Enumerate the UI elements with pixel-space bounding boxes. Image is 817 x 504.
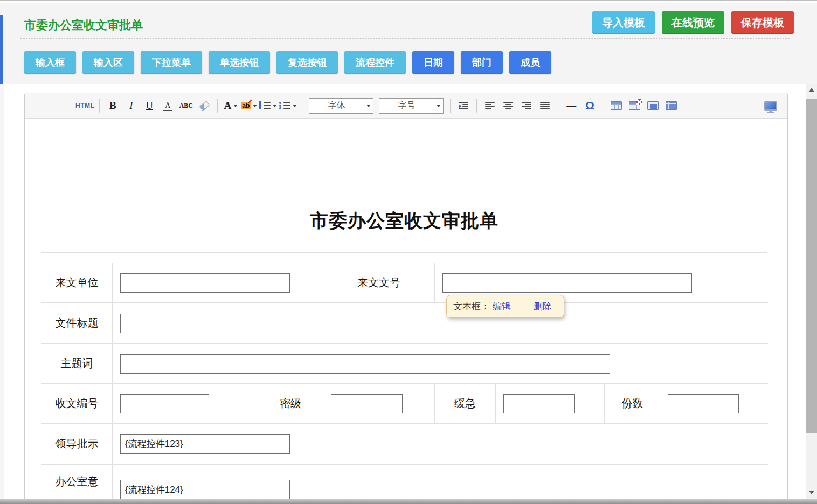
toolbar-separator [476,99,477,113]
source-code-button[interactable]: HTML [75,97,94,114]
online-preview-button[interactable]: 在线预览 [662,11,724,34]
leader-comment-cell [113,424,768,464]
incoming-doc-number-label: 来文文号 [323,263,435,302]
copies-label: 份数 [605,384,660,423]
add-dropdown-button[interactable]: 下拉菜单 [141,51,202,74]
align-right-icon [522,102,531,109]
align-center-icon [503,102,513,109]
align-center-button[interactable] [500,97,516,114]
chevron-down-icon[interactable] [364,99,373,113]
page-title: 市委办公室收文审批单 [24,17,143,33]
window-top-edge [0,0,817,3]
tooltip-type-label: 文本框： [453,300,490,313]
rich-text-editor: HTML B I U A ABC A ab 字体 字号 [24,93,788,504]
scroll-down-button[interactable] [806,487,817,498]
horizontal-rule-button[interactable]: — [563,97,579,114]
highlight-icon: ab [241,102,251,109]
align-left-button[interactable] [482,97,498,114]
incoming-unit-input[interactable] [120,273,290,293]
add-radio-button[interactable]: 单选按钮 [209,51,270,74]
bold-button[interactable]: B [105,97,121,114]
highlight-color-button[interactable]: ab [241,97,257,114]
toolbar-separator [450,99,451,113]
delete-link[interactable]: 删除 [534,300,552,313]
add-department-button[interactable]: 部门 [461,51,503,74]
header-divider [20,38,790,39]
chevron-down-icon[interactable] [434,99,443,113]
keywords-cell [113,344,768,383]
font-family-select[interactable]: 字体 [309,98,373,114]
window-left-accent [0,15,3,84]
add-flow-control-button[interactable]: 流程控件 [344,51,406,74]
secrecy-level-input[interactable] [331,394,403,413]
header-actions: 导入模板 在线预览 保存模板 [592,11,794,34]
chevron-down-icon [273,105,277,107]
form-row-doc-title: 文件标题 [41,303,768,344]
table-cell-icon [647,101,659,110]
special-char-button[interactable]: Ω [581,97,598,114]
secrecy-level-cell [323,384,435,423]
edit-link[interactable]: 编辑 [493,300,511,313]
strikethrough-button[interactable]: ABC [178,97,194,114]
add-checkbox-button[interactable]: 复选按钮 [276,51,338,74]
add-date-button[interactable]: 日期 [412,51,454,74]
urgency-input[interactable] [503,394,575,413]
font-style-button[interactable]: A [160,97,176,114]
indent-button[interactable] [455,97,472,114]
arrow-down-icon [809,491,814,494]
table-grid-icon [666,101,677,110]
add-member-button[interactable]: 成员 [509,51,551,74]
red-x-icon [636,99,642,105]
delete-table-button[interactable] [626,97,642,114]
toolbar-separator [558,99,558,113]
form-title: 市委办公室收文审批单 [310,209,498,233]
header-right-corner [806,3,817,84]
page: 市委办公室收文审批单 导入模板 在线预览 保存模板 输入框 输入区 下拉菜单 单… [4,3,806,504]
insert-table-button[interactable] [608,97,624,114]
editor-content[interactable]: 市委办公室收文审批单 来文单位 来文文号 文件标题 [25,119,787,504]
font-color-button[interactable]: A [223,97,239,114]
italic-button[interactable]: I [123,97,139,114]
document-title-label: 文件标题 [41,303,113,343]
app-header: 市委办公室收文审批单 导入模板 在线预览 保存模板 输入框 输入区 下拉菜单 单… [4,3,806,84]
font-size-select[interactable]: 字号 [379,98,444,114]
font-family-label: 字体 [309,100,364,112]
remove-format-button[interactable] [196,97,212,114]
align-justify-button[interactable] [537,97,553,114]
leader-comment-label: 领导批示 [41,424,113,464]
save-template-button[interactable]: 保存模板 [731,11,794,34]
form-row-incoming: 来文单位 来文文号 [41,263,768,303]
keywords-input[interactable] [120,354,610,374]
scrollbar[interactable] [806,84,817,499]
font-size-label: 字号 [379,100,434,112]
table-grid-button[interactable] [663,97,679,114]
fullscreen-button[interactable] [763,97,779,114]
indent-icon [459,102,468,109]
eraser-icon [199,100,210,111]
ordered-list-button[interactable] [259,97,277,114]
leader-comment-input[interactable] [120,434,290,454]
incoming-unit-cell [113,263,323,302]
form-row-keywords: 主题词 [41,344,768,384]
import-template-button[interactable]: 导入模板 [592,11,655,34]
receipt-number-input[interactable] [120,394,209,413]
urgency-cell [496,384,605,423]
add-input-button[interactable]: 输入框 [24,51,76,74]
incoming-doc-number-input[interactable] [442,273,692,293]
copies-input[interactable] [668,394,739,413]
editor-toolbar: HTML B I U A ABC A ab 字体 字号 [25,93,787,119]
align-left-icon [485,102,495,109]
align-right-button[interactable] [518,97,535,114]
scrollbar-thumb[interactable] [806,99,817,433]
underline-button[interactable]: U [141,97,157,114]
monitor-icon [764,101,777,111]
delete-table-icon [629,101,640,110]
table-cell-props-button[interactable] [645,97,661,114]
add-textarea-button[interactable]: 输入区 [82,51,134,74]
ordered-list-icon [259,102,271,109]
boxed-a-icon: A [163,101,172,111]
scroll-up-button[interactable] [806,84,817,95]
unordered-list-button[interactable] [279,97,297,114]
office-opinion-input[interactable] [120,480,290,499]
align-justify-icon [540,102,550,109]
